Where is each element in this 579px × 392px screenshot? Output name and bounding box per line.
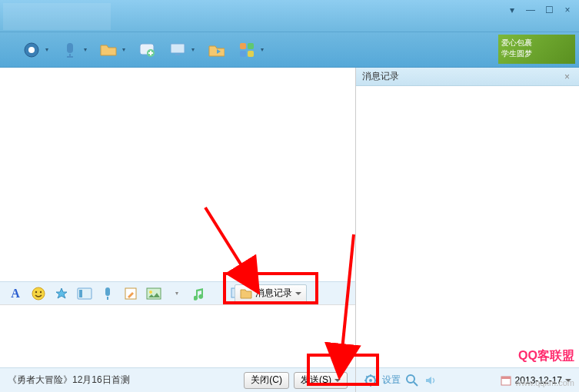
promo-line1: 爱心包裹 bbox=[501, 38, 572, 48]
sound-icon[interactable] bbox=[424, 374, 438, 387]
voice-dropdown-icon[interactable]: ▾ bbox=[84, 46, 90, 53]
message-input-area[interactable] bbox=[0, 304, 355, 367]
promo-banner[interactable]: 爱心包裹 学生圆梦 bbox=[498, 35, 575, 64]
share-icon[interactable] bbox=[204, 38, 228, 62]
emoji-icon[interactable] bbox=[31, 286, 46, 301]
send-button[interactable]: 发送(S) bbox=[294, 372, 348, 389]
bottom-bar: 《勇者大冒险》12月16日首测 关闭(C) 发送(S) bbox=[0, 367, 355, 392]
promo-line2: 学生圆梦 bbox=[501, 48, 572, 59]
chat-pane: A ▾ bbox=[0, 68, 356, 392]
svg-rect-16 bbox=[79, 290, 82, 297]
main-toolbar: ▾ ▾ ▾ ▾ ▾ 爱心包裹 学生圆梦 bbox=[0, 32, 579, 68]
input-toolbar: A ▾ bbox=[0, 281, 355, 304]
close-label: 关闭(C) bbox=[251, 374, 282, 387]
apps-dropdown-icon[interactable]: ▾ bbox=[261, 46, 267, 53]
font-icon[interactable]: A bbox=[8, 286, 23, 301]
file-dropdown-icon[interactable]: ▾ bbox=[122, 46, 128, 53]
minimize-button[interactable]: — bbox=[522, 3, 539, 17]
svg-rect-11 bbox=[248, 51, 254, 57]
dropdown-button[interactable]: ▾ bbox=[504, 3, 521, 17]
history-list-area[interactable] bbox=[356, 86, 579, 367]
close-chat-button[interactable]: 关闭(C) bbox=[244, 372, 289, 389]
svg-rect-10 bbox=[240, 51, 246, 57]
send-dropdown-icon[interactable] bbox=[334, 379, 341, 385]
svg-rect-17 bbox=[107, 297, 108, 300]
title-bar: ▾ — ☐ × bbox=[0, 0, 579, 32]
gif-icon[interactable] bbox=[77, 286, 92, 301]
svg-point-14 bbox=[40, 291, 42, 292]
svg-point-1 bbox=[28, 47, 35, 53]
magic-icon[interactable] bbox=[54, 286, 69, 301]
image-icon[interactable] bbox=[146, 286, 161, 301]
svg-point-24 bbox=[369, 379, 372, 382]
music-icon[interactable] bbox=[192, 286, 208, 301]
history-dropdown-icon[interactable] bbox=[295, 292, 301, 298]
svg-rect-8 bbox=[240, 43, 246, 49]
remote-dropdown-icon[interactable]: ▾ bbox=[191, 46, 198, 53]
history-label: 消息记录 bbox=[255, 287, 292, 300]
svg-rect-7 bbox=[175, 54, 180, 55]
svg-rect-3 bbox=[67, 56, 73, 58]
svg-rect-9 bbox=[248, 43, 254, 49]
svg-point-12 bbox=[32, 287, 45, 300]
watermark-sub: www.qqkm.com bbox=[515, 378, 574, 387]
voice-icon[interactable] bbox=[100, 286, 115, 301]
history-pane: 消息记录 × 设置 2013-12-17 bbox=[356, 68, 579, 392]
remote-desktop-icon[interactable] bbox=[165, 38, 190, 62]
search-icon[interactable] bbox=[405, 374, 419, 387]
promo-text[interactable]: 《勇者大冒险》12月16日首测 bbox=[8, 374, 130, 387]
history-pane-title-bar: 消息记录 × bbox=[356, 68, 579, 86]
message-history-button[interactable]: 消息记录 bbox=[235, 284, 307, 303]
close-button[interactable]: × bbox=[559, 3, 576, 17]
send-file-icon[interactable] bbox=[96, 38, 121, 62]
svg-rect-6 bbox=[171, 44, 185, 53]
voice-call-icon[interactable] bbox=[58, 38, 82, 62]
gear-icon[interactable] bbox=[364, 374, 378, 387]
svg-point-25 bbox=[407, 375, 414, 383]
settings-label[interactable]: 设置 bbox=[382, 374, 401, 387]
chat-display-area[interactable] bbox=[0, 68, 355, 281]
history-pane-close-icon[interactable]: × bbox=[561, 71, 573, 82]
video-dropdown-icon[interactable]: ▾ bbox=[45, 46, 52, 53]
image-dropdown-icon[interactable]: ▾ bbox=[169, 286, 185, 301]
maximize-button[interactable]: ☐ bbox=[541, 3, 557, 17]
video-call-icon[interactable] bbox=[19, 38, 44, 62]
user-info-area[interactable] bbox=[3, 3, 111, 30]
svg-point-20 bbox=[149, 291, 152, 294]
calendar-icon bbox=[500, 374, 512, 387]
apps-icon[interactable] bbox=[235, 38, 259, 62]
send-label: 发送(S) bbox=[301, 374, 331, 387]
svg-rect-27 bbox=[501, 377, 511, 379]
watermark-main: QQ客联盟 bbox=[518, 348, 574, 364]
svg-point-13 bbox=[35, 291, 37, 292]
handwrite-icon[interactable] bbox=[123, 286, 138, 301]
history-pane-title: 消息记录 bbox=[362, 70, 399, 83]
create-discussion-icon[interactable] bbox=[135, 38, 159, 62]
